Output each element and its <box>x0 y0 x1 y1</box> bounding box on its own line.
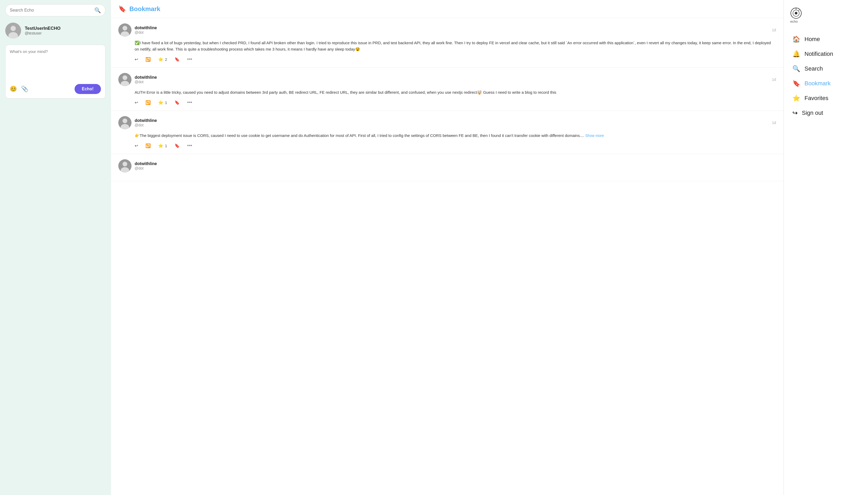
post-author: dotwithline @dot <box>118 73 157 86</box>
nav-label-signout: Sign out <box>802 109 823 116</box>
post-author: dotwithline @dot <box>118 23 157 37</box>
page-title: Bookmark <box>129 5 160 13</box>
post-content: 👉The biggest deployment issue is CORS, c… <box>118 133 776 139</box>
favorites-icon: ⭐ <box>792 95 800 102</box>
bookmark-icon: 🔖 <box>175 143 180 148</box>
post-author: dotwithline @dot <box>118 116 157 129</box>
bookmark-button[interactable]: 🔖 <box>175 100 180 105</box>
star-icon: ⭐ <box>158 100 163 105</box>
author-name: dotwithline <box>135 118 157 123</box>
more-button[interactable]: ••• <box>187 57 192 62</box>
bookmark-header-icon: 🔖 <box>118 5 126 13</box>
author-name: dotwithline <box>135 75 157 80</box>
user-handle: @testuser <box>25 31 61 35</box>
nav-item-home[interactable]: 🏠 Home <box>790 32 862 47</box>
post-time: 1d <box>772 78 776 82</box>
echo-logo: echo <box>790 5 862 25</box>
main-content: 🔖 Bookmark dotwithline @dot <box>111 0 784 495</box>
nav-item-search[interactable]: 🔍 Search <box>790 61 862 76</box>
compose-icons: 😊 📎 <box>10 86 28 92</box>
post-text: 👉The biggest deployment issue is CORS, c… <box>135 133 584 138</box>
author-name: dotwithline <box>135 161 157 166</box>
post-author-info: dotwithline @dot <box>135 75 157 84</box>
post-header: dotwithline @dot 1d <box>118 73 776 86</box>
post-author-info: dotwithline @dot <box>135 161 157 170</box>
reply-button[interactable]: ↩ <box>135 57 138 62</box>
search-icon[interactable]: 🔍 <box>94 7 101 13</box>
post-avatar <box>118 116 131 129</box>
star-count: 1 <box>165 143 167 148</box>
nav-label-notification: Notification <box>804 51 833 57</box>
nav-label-favorites: Favorites <box>804 95 828 102</box>
post-avatar <box>118 73 131 86</box>
post-time: 1d <box>772 28 776 32</box>
nav-item-notification[interactable]: 🔔 Notification <box>790 47 862 61</box>
nav-item-bookmark[interactable]: 🔖 Bookmark <box>790 76 862 91</box>
echo-logo-text: echo <box>790 19 798 23</box>
star-button[interactable]: ⭐ 2 <box>158 57 167 62</box>
nav-item-favorites[interactable]: ⭐ Favorites <box>790 91 862 106</box>
post-actions: ↩ 🔁 ⭐ 1 🔖 ••• <box>118 100 776 105</box>
more-button[interactable]: ••• <box>187 143 192 149</box>
bookmark-icon: 🔖 <box>175 57 180 62</box>
post-content: AUTH Error is a little tricky, caused yo… <box>118 89 776 96</box>
post-author-info: dotwithline @dot <box>135 118 157 127</box>
more-icon: ••• <box>187 100 192 105</box>
user-info: TestUserInECHO @testuser <box>25 26 61 35</box>
repost-button[interactable]: 🔁 <box>145 57 151 62</box>
compose-box: 😊 📎 Echo! <box>5 45 105 99</box>
post-header: dotwithline @dot 1d <box>118 116 776 129</box>
author-handle: @dot <box>135 123 157 127</box>
svg-point-4 <box>122 26 127 31</box>
home-icon: 🏠 <box>792 36 800 43</box>
bookmark-icon: 🔖 <box>175 100 180 105</box>
more-icon: ••• <box>187 57 192 62</box>
nav-item-signout[interactable]: ↪ Sign out <box>790 106 862 120</box>
author-handle: @dot <box>135 80 157 84</box>
search-nav-icon: 🔍 <box>792 65 800 72</box>
star-count: 1 <box>165 100 167 105</box>
star-button[interactable]: ⭐ 1 <box>158 100 167 105</box>
echo-submit-button[interactable]: Echo! <box>75 84 101 94</box>
post-header: dotwithline @dot 1d <box>118 23 776 37</box>
more-button[interactable]: ••• <box>187 100 192 105</box>
author-handle: @dot <box>135 30 157 34</box>
post-actions: ↩ 🔁 ⭐ 1 🔖 ••• <box>118 143 776 149</box>
post-content: ✅I have fixed a lot of bugs yesterday, b… <box>118 40 776 52</box>
svg-point-17 <box>795 12 797 15</box>
avatar <box>5 23 21 38</box>
reply-button[interactable]: ↩ <box>135 100 138 105</box>
post-avatar <box>118 159 131 172</box>
bookmark-nav-icon: 🔖 <box>792 80 800 87</box>
nav-label-search: Search <box>804 65 823 72</box>
attach-button[interactable]: 📎 <box>21 86 28 92</box>
search-input[interactable] <box>10 8 92 13</box>
reply-button[interactable]: ↩ <box>135 143 138 148</box>
compose-actions: 😊 📎 Echo! <box>10 84 101 94</box>
bookmark-button[interactable]: 🔖 <box>175 143 180 148</box>
post-actions: ↩ 🔁 ⭐ 2 🔖 ••• <box>118 57 776 62</box>
star-icon: ⭐ <box>158 143 163 148</box>
repost-button[interactable]: 🔁 <box>145 100 151 105</box>
post-author-info: dotwithline @dot <box>135 25 157 34</box>
compose-input[interactable] <box>10 49 101 81</box>
author-name: dotwithline <box>135 25 157 30</box>
right-nav: 🏠 Home 🔔 Notification 🔍 Search 🔖 Bookmar… <box>790 32 862 120</box>
more-icon: ••• <box>187 143 192 149</box>
svg-point-1 <box>11 26 16 31</box>
star-button[interactable]: ⭐ 1 <box>158 143 167 148</box>
user-profile: TestUserInECHO @testuser <box>5 22 105 39</box>
emoji-button[interactable]: 😊 <box>10 86 17 92</box>
nav-label-bookmark: Bookmark <box>804 80 831 87</box>
right-sidebar: echo 🏠 Home 🔔 Notification 🔍 Search 🔖 Bo… <box>784 0 868 495</box>
search-bar: 🔍 <box>5 4 105 16</box>
repost-button[interactable]: 🔁 <box>145 143 151 148</box>
bookmark-button[interactable]: 🔖 <box>175 57 180 62</box>
star-icon: ⭐ <box>158 57 163 62</box>
svg-point-7 <box>122 75 127 80</box>
show-more-link[interactable]: Show more <box>585 134 604 138</box>
post-card: dotwithline @dot 1d AUTH Error is a litt… <box>111 68 783 111</box>
star-count: 2 <box>165 57 167 62</box>
bookmark-header: 🔖 Bookmark <box>111 0 783 18</box>
svg-point-13 <box>122 162 127 166</box>
